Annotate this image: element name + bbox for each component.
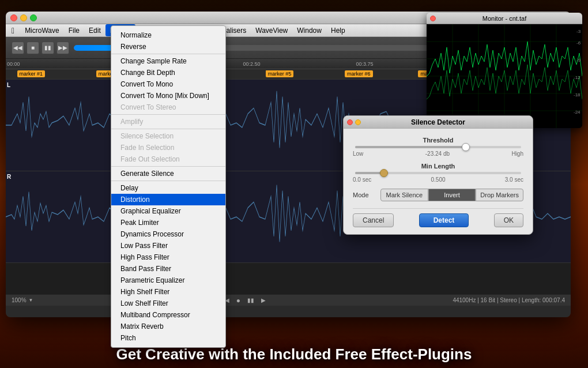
dialog-titlebar: Silence Detector: [344, 116, 533, 129]
menu-section-6: Delay Distortion Graphical Equalizer Pea…: [111, 181, 225, 345]
menu-convert-to-stereo: Convert To Stereo: [111, 102, 225, 113]
transport-stop2[interactable]: ●: [236, 296, 240, 305]
menu-change-sample-rate[interactable]: Change Sample Rate: [111, 55, 225, 67]
menu-generate-silence[interactable]: Generate Silence: [111, 168, 225, 179]
transport-pause[interactable]: ▮▮: [247, 297, 254, 303]
silence-detector-dialog: Silence Detector Threshold Low -23.24 db…: [343, 115, 533, 235]
menu-high-pass-filter[interactable]: High Pass Filter: [111, 251, 225, 263]
monitor-title: Monitor - cnt.taf: [483, 15, 526, 22]
traffic-lights: [10, 14, 37, 21]
bottom-promo-text: Get Creative with the Included Free Effe…: [0, 346, 588, 363]
menu-graphical-eq[interactable]: Graphical Equalizer: [111, 205, 225, 217]
ok-button[interactable]: OK: [494, 213, 523, 227]
svg-text:-12: -12: [574, 75, 581, 80]
minimize-button[interactable]: [20, 14, 27, 21]
menu-parametric-eq[interactable]: Parametric Equalizer: [111, 275, 225, 286]
menu-multiband-compressor[interactable]: Multiband Compressor: [111, 309, 225, 321]
menu-silence-selection: Silence Selection: [111, 130, 225, 142]
menu-peak-limiter[interactable]: Peak Limiter: [111, 217, 225, 228]
dialog-minimize[interactable]: [355, 119, 361, 125]
menu-section-3: Amplify: [111, 115, 225, 129]
left-channel-label: L: [7, 82, 10, 88]
menu-distortion[interactable]: Distortion: [111, 194, 225, 205]
play-pause-button[interactable]: ▮▮: [42, 42, 54, 54]
detect-button[interactable]: Detect: [419, 213, 469, 227]
rewind-button[interactable]: ◀◀: [12, 42, 24, 54]
menu-amplify: Amplify: [111, 116, 225, 127]
monitor-body: -3 -6 -9 -12 -18 -24: [427, 24, 582, 128]
zoom-control[interactable]: 100% ▼: [12, 297, 33, 303]
status-bar: 100% ▼ ◀◀ ● ▮▮ ▶ 44100Hz | 16 Bit | Ster…: [6, 294, 571, 306]
dialog-body: Threshold Low -23.24 db High Min Length …: [344, 129, 533, 234]
menu-help[interactable]: Help: [326, 24, 350, 36]
monitor-close[interactable]: [430, 16, 436, 21]
stop-button[interactable]: ■: [27, 42, 39, 54]
svg-text:-9: -9: [576, 58, 581, 63]
menu-waveview[interactable]: WaveView: [251, 24, 292, 36]
min-length-slider-thumb[interactable]: [380, 169, 388, 177]
menu-section-2: Change Sample Rate Change Bit Depth Conv…: [111, 54, 225, 115]
svg-text:-3: -3: [576, 29, 581, 34]
mode-invert[interactable]: Invert: [428, 189, 476, 201]
mode-row: Mode Mark Silence Invert Drop Markers: [353, 189, 523, 201]
marker-5[interactable]: marker #5: [266, 70, 294, 77]
monitor-window: Monitor - cnt.taf -3: [427, 13, 582, 128]
cancel-button[interactable]: Cancel: [353, 213, 394, 227]
svg-text:-6: -6: [576, 40, 581, 46]
threshold-slider-thumb[interactable]: [462, 143, 470, 151]
apple-menu[interactable]: : [6, 24, 20, 36]
min-length-right: 3.0 sec: [505, 177, 523, 183]
menu-window[interactable]: Window: [292, 24, 326, 36]
menu-change-bit-depth[interactable]: Change Bit Depth: [111, 67, 225, 78]
menu-high-shelf-filter[interactable]: High Shelf Filter: [111, 286, 225, 298]
menu-convert-to-mono-mix[interactable]: Convert To Mono [Mix Down]: [111, 90, 225, 102]
dialog-title: Silence Detector: [411, 118, 465, 126]
menu-normalize[interactable]: Normalize: [111, 29, 225, 41]
menu-band-pass-filter[interactable]: Band Pass Filter: [111, 263, 225, 275]
menu-delay[interactable]: Delay: [111, 182, 225, 194]
min-length-slider-labels: 0.0 sec 0.500 3.0 sec: [353, 177, 523, 183]
close-button[interactable]: [10, 14, 17, 21]
menu-matrix-reverb[interactable]: Matrix Reverb: [111, 321, 225, 332]
min-length-left: 0.0 sec: [353, 177, 371, 183]
threshold-slider-labels: Low -23.24 db High: [353, 151, 523, 157]
menu-microwave[interactable]: MicroWave: [20, 24, 64, 36]
menu-fade-out: Fade Out Selection: [111, 153, 225, 165]
menu-convert-to-mono[interactable]: Convert To Mono: [111, 78, 225, 90]
svg-text:-18: -18: [574, 92, 581, 97]
threshold-high-label: High: [511, 151, 523, 157]
menu-fade-in: Fade In Selection: [111, 142, 225, 153]
marker-6[interactable]: marker #6: [345, 70, 373, 77]
menu-dynamics-processor[interactable]: Dynamics Processor: [111, 228, 225, 240]
file-info: 44100Hz | 16 Bit | Stereo | Length: 000:…: [453, 297, 565, 303]
menu-section-1: Normalize Reverse: [111, 28, 225, 54]
mode-drop-markers[interactable]: Drop Markers: [476, 189, 523, 201]
menu-section-5: Generate Silence: [111, 167, 225, 181]
min-length-label: Min Length: [353, 163, 523, 170]
zoom-dropdown-icon[interactable]: ▼: [29, 298, 33, 303]
mode-buttons: Mark Silence Invert Drop Markers: [380, 189, 523, 201]
time-0: 00:00: [7, 61, 20, 67]
transport-play[interactable]: ▶: [261, 297, 266, 303]
menu-low-shelf-filter[interactable]: Low Shelf Filter: [111, 298, 225, 309]
right-channel-label: R: [7, 174, 11, 180]
mode-label: Mode: [353, 191, 376, 198]
time-2: 00:2.50: [243, 61, 261, 67]
time-3: 00:3.75: [356, 61, 374, 67]
maximize-button[interactable]: [30, 14, 37, 21]
threshold-low-label: Low: [353, 151, 363, 157]
menu-edit[interactable]: Edit: [84, 24, 105, 36]
menu-file[interactable]: File: [64, 24, 84, 36]
marker-1[interactable]: marker #1: [17, 70, 46, 77]
menu-reverse[interactable]: Reverse: [111, 41, 225, 52]
dialog-traffic-lights: [347, 119, 361, 125]
forward-button[interactable]: ▶▶: [56, 42, 69, 54]
mode-mark-silence[interactable]: Mark Silence: [380, 189, 428, 201]
threshold-value: -23.24 db: [425, 151, 450, 157]
monitor-titlebar: Monitor - cnt.taf: [427, 13, 582, 24]
dialog-close[interactable]: [347, 119, 353, 125]
dialog-actions: Cancel Detect OK: [353, 208, 523, 227]
menu-low-pass-filter[interactable]: Low Pass Filter: [111, 240, 225, 251]
threshold-label: Threshold: [353, 137, 523, 144]
menu-pitch[interactable]: Pitch: [111, 332, 225, 344]
